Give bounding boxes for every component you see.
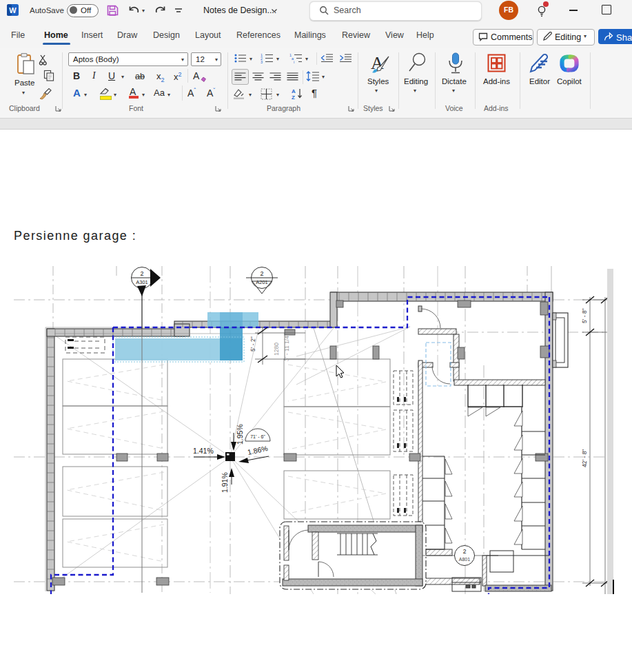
svg-text:A301: A301 [136,279,148,285]
svg-text:42' - 8": 42' - 8" [581,449,588,467]
svg-text:1280: 1280 [273,343,280,356]
svg-text:5' - 8": 5' - 8" [581,308,588,323]
svg-text:A801: A801 [459,557,470,562]
svg-text:A201: A201 [256,279,268,285]
svg-text:1.95%: 1.95% [236,424,244,445]
svg-text:1.86%: 1.86% [247,444,269,456]
svg-text:2: 2 [140,270,143,277]
svg-text:1.91%: 1.91% [221,472,229,493]
svg-text:2: 2 [463,548,467,555]
svg-text:71' - 6": 71' - 6" [250,434,265,439]
svg-text:1.41%: 1.41% [193,447,214,455]
svg-text:2: 2 [260,270,263,277]
svg-text:5' - 2": 5' - 2" [249,336,256,352]
svg-text:3' - 11 1/4": 3' - 11 1/4" [283,334,290,361]
